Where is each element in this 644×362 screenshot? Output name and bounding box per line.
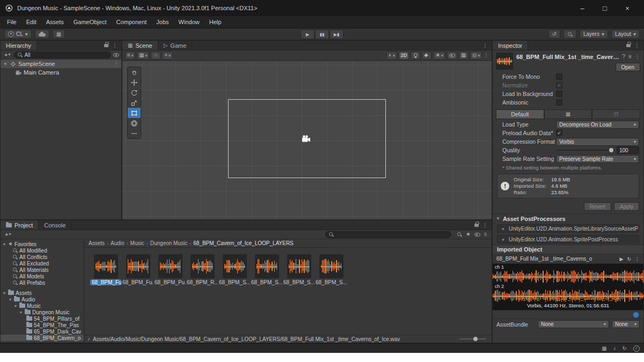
- hierarchy-item-scene[interactable]: ▼ SampleScene ⋮: [1, 60, 121, 68]
- menu-help[interactable]: Help: [204, 16, 226, 28]
- custom-tool-button[interactable]: [128, 128, 141, 138]
- tab-project[interactable]: Project: [1, 220, 39, 230]
- effects-toggle-button[interactable]: ★▾: [433, 51, 445, 60]
- ambisonic-checkbox[interactable]: [556, 99, 562, 106]
- tree-item-folder[interactable]: 65_BPM_Dark_Cav: [1, 328, 84, 335]
- breadcrumb-item-current[interactable]: 68_BPM_Cavern_of_Ice_LOOP_LAYERS: [193, 240, 294, 246]
- kebab-menu-icon[interactable]: ⋮: [484, 53, 489, 58]
- quality-value-field[interactable]: 100: [617, 146, 639, 154]
- foldout-open-icon[interactable]: ▼: [8, 298, 12, 301]
- slider-knob[interactable]: [609, 148, 613, 152]
- load-in-background-checkbox[interactable]: [556, 91, 562, 97]
- preload-audio-data-checkbox[interactable]: ✓: [556, 130, 562, 136]
- mute-audio-icon[interactable]: ♪: [613, 346, 616, 351]
- add-object-button[interactable]: +▾: [3, 51, 12, 58]
- favorite-star-icon[interactable]: ★: [466, 232, 471, 237]
- scene-visibility-button[interactable]: [447, 51, 457, 60]
- search-button[interactable]: [564, 29, 576, 39]
- file-item[interactable]: 68_BPM_Fu...: [122, 254, 154, 285]
- tab-game[interactable]: ▷ Game: [158, 41, 193, 50]
- sample-rate-dropdown[interactable]: Preserve Sample Rate ▾: [556, 155, 639, 163]
- tab-scene[interactable]: ▦ Scene: [122, 41, 158, 50]
- assetbundle-variant-dropdown[interactable]: None ▾: [612, 320, 640, 328]
- scene-visibility-icon[interactable]: [113, 53, 119, 57]
- activity-grid-icon[interactable]: ▦: [602, 346, 606, 351]
- layers-dropdown[interactable]: Layers ▾: [580, 29, 608, 39]
- lock-icon[interactable]: [104, 44, 108, 47]
- close-button[interactable]: ×: [616, 0, 639, 16]
- presets-icon[interactable]: ≡: [628, 54, 632, 60]
- load-type-dropdown[interactable]: Decompress On Load ▾: [556, 121, 639, 129]
- minimize-button[interactable]: –: [571, 0, 594, 16]
- gizmos-button[interactable]: ◎▾: [470, 51, 482, 60]
- project-search-input[interactable]: [335, 232, 448, 238]
- foldout-open-icon[interactable]: ▼: [19, 311, 23, 314]
- move-tool-button[interactable]: [128, 77, 141, 87]
- kebab-menu-icon[interactable]: ⋮: [482, 43, 488, 48]
- pause-button[interactable]: ▮▮: [315, 29, 329, 39]
- version-control-button[interactable]: CL ▾: [4, 29, 32, 39]
- lock-icon[interactable]: [626, 44, 631, 47]
- platform-tab-server[interactable]: □: [592, 109, 640, 119]
- file-item[interactable]: 68_BPM_S...: [283, 254, 315, 285]
- status-check-icon[interactable]: ✓: [633, 345, 640, 352]
- grid-snap-button[interactable]: ▦▾: [137, 51, 149, 60]
- transform-tool-button[interactable]: [128, 118, 141, 128]
- progress-icon[interactable]: ↻: [623, 346, 627, 351]
- asset-postprocessors-foldout[interactable]: ▼ Asset PostProcessors: [493, 213, 643, 223]
- menu-assets[interactable]: Assets: [41, 16, 69, 28]
- kebab-menu-icon[interactable]: ⋮: [112, 43, 118, 48]
- tree-item-folder-selected[interactable]: 68_BPM_Cavern_o: [1, 335, 84, 341]
- layout-dropdown[interactable]: Layout ▾: [611, 29, 640, 39]
- services-button[interactable]: ▦: [53, 29, 65, 39]
- breadcrumb-item[interactable]: Audio: [111, 240, 125, 246]
- snap-increment-button[interactable]: +▾: [162, 51, 172, 60]
- menu-gameobject[interactable]: GameObject: [69, 16, 112, 28]
- hierarchy-search-input[interactable]: [24, 52, 108, 58]
- favorites-item[interactable]: All Modified: [1, 247, 84, 254]
- tree-item-folder[interactable]: 54_BPM_The_Pas: [1, 322, 84, 328]
- tree-item-folder[interactable]: 54_BPM_Pillars_of: [1, 315, 84, 322]
- postprocessor-item[interactable]: ▸ UnityEditor.U2D.Animation.SpritePostPr…: [497, 235, 639, 243]
- foldout-closed-icon[interactable]: ▸: [501, 226, 506, 231]
- quality-slider[interactable]: [556, 146, 614, 154]
- file-item[interactable]: 68_BPM_S...: [251, 254, 283, 285]
- tool-settings-button[interactable]: ≡▾: [125, 51, 135, 60]
- foldout-closed-icon[interactable]: ▸: [501, 237, 506, 242]
- breadcrumb-item[interactable]: Dungeon Music: [150, 240, 187, 246]
- create-asset-button[interactable]: +▾: [3, 231, 12, 238]
- menu-window[interactable]: Window: [174, 16, 204, 28]
- revert-button[interactable]: Revert: [584, 202, 611, 211]
- cloud-button[interactable]: [35, 29, 49, 39]
- maximize-button[interactable]: □: [594, 0, 616, 16]
- compression-format-dropdown[interactable]: Vorbis ▾: [556, 138, 639, 146]
- asset-labels-button[interactable]: [633, 312, 639, 318]
- draw-mode-button[interactable]: ◐▾: [386, 51, 397, 60]
- tree-item-audio[interactable]: ▼ Audio: [1, 296, 84, 302]
- menu-jobs[interactable]: Jobs: [151, 16, 173, 28]
- assetbundle-dropdown[interactable]: None ▾: [538, 320, 609, 328]
- undo-history-button[interactable]: ↺: [548, 29, 560, 39]
- tree-item-assets[interactable]: ▼ Assets: [1, 290, 84, 296]
- lighting-toggle-button[interactable]: [411, 51, 420, 60]
- kebab-menu-icon[interactable]: ⋮: [482, 223, 488, 228]
- hierarchy-item-camera[interactable]: Main Camera: [1, 68, 121, 77]
- favorites-item[interactable]: All Models: [1, 273, 84, 279]
- tab-console[interactable]: Console: [39, 220, 71, 230]
- thumbnail-size-slider[interactable]: [459, 338, 486, 339]
- play-button[interactable]: ▶: [301, 29, 314, 39]
- platform-tab-default[interactable]: Default: [496, 109, 544, 119]
- favorites-item[interactable]: All Prefabs: [1, 279, 84, 286]
- kebab-menu-icon[interactable]: ⋮: [634, 43, 640, 48]
- view-tool-button[interactable]: [128, 67, 141, 77]
- file-item[interactable]: 68_BPM_Pu...: [154, 254, 186, 285]
- file-item[interactable]: 68_BPM_R...: [186, 254, 218, 285]
- package-visibility-icon[interactable]: [474, 233, 480, 237]
- menu-edit[interactable]: Edit: [21, 16, 41, 28]
- 2d-toggle-button[interactable]: 2D: [399, 51, 409, 60]
- favorites-item[interactable]: All Conflicts: [1, 254, 84, 260]
- project-file-grid[interactable]: 68_BPM_Fu... 68_BPM_Fu... 68_BPM_Pu... 6…: [84, 248, 492, 335]
- favorites-item[interactable]: All Excluded: [1, 260, 84, 267]
- file-item[interactable]: 68_BPM_S...: [315, 254, 347, 285]
- project-search[interactable]: [325, 231, 451, 238]
